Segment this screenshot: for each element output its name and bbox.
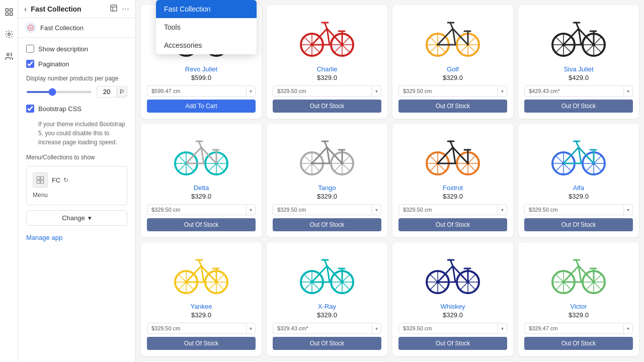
dropdown-item-tools[interactable]: Tools (156, 18, 257, 36)
users-icon-btn[interactable] (2, 49, 16, 63)
product-card: Delta $329.0 $329.50 cm ▾ Out Of Stock (141, 124, 262, 237)
dropdown-item-fast-collection[interactable]: Fast Collection (156, 0, 257, 18)
product-name[interactable]: Victor (524, 303, 633, 310)
svg-line-226 (312, 266, 327, 282)
out-of-stock-button[interactable]: Out Of Stock (398, 218, 507, 231)
show-description-label[interactable]: Show description (38, 45, 88, 53)
product-variant-text: $329.50 cm (273, 205, 372, 215)
out-of-stock-button[interactable]: Out Of Stock (524, 218, 633, 231)
product-name[interactable]: Revo Juliet (147, 65, 256, 73)
chevron-down-icon[interactable]: ▾ (623, 324, 632, 333)
svg-line-182 (564, 147, 579, 163)
product-name[interactable]: X-Ray (273, 303, 381, 310)
product-name[interactable]: Whiskey (398, 303, 507, 310)
manage-app-link[interactable]: Manage app (26, 234, 62, 241)
svg-line-252 (450, 260, 453, 266)
refresh-icon[interactable]: ↻ (63, 176, 68, 184)
svg-rect-0 (6, 9, 8, 11)
menu-box: FC ↻ Menu (26, 166, 127, 205)
product-name[interactable]: Golf (398, 65, 507, 73)
out-of-stock-button[interactable]: Out Of Stock (273, 100, 381, 113)
svg-line-164 (450, 141, 453, 147)
chevron-down-icon[interactable]: ▾ (372, 205, 381, 215)
slider-value-input[interactable] (97, 86, 116, 97)
chevron-down-icon[interactable]: ▾ (246, 205, 255, 215)
product-variant-row: $329.50 cm ▾ (398, 85, 507, 97)
change-button[interactable]: Change ▾ (26, 210, 127, 226)
chevron-down-icon: ▾ (88, 214, 92, 222)
list-icon[interactable] (110, 4, 118, 14)
product-name[interactable]: Alfa (524, 184, 633, 192)
product-image (398, 11, 507, 61)
svg-rect-3 (10, 13, 12, 16)
back-icon[interactable]: ‹ (24, 5, 27, 14)
product-name[interactable]: Foxtrot (398, 184, 507, 192)
out-of-stock-button[interactable]: Out Of Stock (273, 337, 381, 350)
pagination-label[interactable]: Pagination (38, 60, 69, 68)
chevron-down-icon[interactable]: ▾ (246, 86, 255, 96)
chevron-down-icon[interactable]: ▾ (498, 324, 507, 333)
svg-rect-2 (6, 13, 8, 16)
bootstrap-css-section: Bootstrap CSS If your theme included Boo… (26, 105, 127, 147)
pagination-row: Pagination (26, 60, 127, 68)
menu-collections-label: Menu/Collections to show (26, 154, 127, 161)
product-name[interactable]: Charlie (273, 65, 381, 73)
slider-row: P (26, 86, 127, 98)
products-per-page-slider[interactable] (26, 91, 92, 93)
bootstrap-css-checkbox[interactable] (26, 105, 34, 113)
product-name[interactable]: Tango (273, 184, 381, 192)
chevron-down-icon[interactable]: ▾ (623, 86, 632, 96)
add-to-cart-button[interactable]: Add To Cart (147, 100, 256, 113)
chevron-down-icon[interactable]: ▾ (372, 324, 381, 333)
product-card: X-Ray $329.0 $329.43 cm* ▾ Out Of Stock (267, 242, 387, 356)
chevron-down-icon[interactable]: ▾ (498, 205, 507, 215)
out-of-stock-button[interactable]: Out Of Stock (147, 218, 256, 231)
svg-line-204 (186, 266, 201, 282)
svg-line-208 (199, 260, 201, 266)
chevron-down-icon[interactable]: ▾ (246, 324, 255, 333)
menu-box-inner: FC ↻ (33, 172, 121, 188)
sidebar-title: Fast Collection (31, 5, 106, 13)
product-variant-row: $599.47 cm ▾ (147, 85, 256, 97)
product-card: Golf $329.0 $329.50 cm ▾ Out Of Stock (392, 5, 513, 119)
product-price: $329.0 (147, 311, 256, 319)
svg-line-120 (199, 141, 201, 147)
chevron-down-icon[interactable]: ▾ (623, 205, 632, 215)
sidebar-sub-header: Fast Collection (18, 18, 135, 38)
show-description-checkbox[interactable] (26, 45, 34, 53)
product-variant-text: $329.50 cm (399, 323, 498, 333)
product-variant-text: $429.43 cm* (525, 86, 623, 96)
dropdown-item-accessories[interactable]: Accessories (156, 36, 257, 54)
product-card: Charlie $329.0 $329.50 cm ▾ Out Of Stock (267, 5, 387, 119)
out-of-stock-button[interactable]: Out Of Stock (147, 337, 256, 350)
product-name[interactable]: Yankee (147, 303, 256, 310)
svg-line-76 (450, 23, 453, 29)
chevron-down-icon[interactable]: ▾ (372, 86, 381, 96)
display-number-label: Display number products per page (26, 75, 127, 82)
svg-rect-10 (37, 176, 40, 179)
svg-rect-13 (41, 180, 44, 184)
product-price: $329.0 (398, 311, 507, 319)
settings-icon-btn[interactable] (2, 27, 16, 41)
out-of-stock-button[interactable]: Out Of Stock (524, 100, 633, 113)
product-name[interactable]: Delta (147, 184, 256, 192)
out-of-stock-button[interactable]: Out Of Stock (524, 337, 633, 350)
product-name[interactable]: Siva Juliet (524, 65, 633, 73)
product-variant-row: $429.43 cm* ▾ (524, 85, 633, 97)
product-price: $329.0 (398, 74, 507, 81)
bootstrap-css-label[interactable]: Bootstrap CSS (38, 105, 82, 113)
main-content: Fast Collection Tools Accessories (136, 0, 644, 362)
out-of-stock-button[interactable]: Out Of Stock (398, 337, 507, 350)
svg-rect-12 (37, 180, 40, 184)
out-of-stock-button[interactable]: Out Of Stock (273, 218, 381, 231)
bootstrap-note: If your theme included Bootstrap 5, you … (38, 120, 127, 147)
pagination-checkbox[interactable] (26, 60, 34, 68)
svg-line-274 (576, 260, 579, 266)
more-icon[interactable]: ⋯ (122, 4, 129, 14)
products-grid: Revo Juliet $599.0 $599.47 cm ▾ Add To C… (136, 0, 644, 362)
home-icon-btn[interactable] (2, 5, 16, 19)
product-variant-row: $329.50 cm ▾ (147, 323, 256, 334)
out-of-stock-button[interactable]: Out Of Stock (398, 100, 507, 113)
product-variant-row: $329.50 cm ▾ (147, 204, 256, 215)
chevron-down-icon[interactable]: ▾ (498, 86, 507, 96)
